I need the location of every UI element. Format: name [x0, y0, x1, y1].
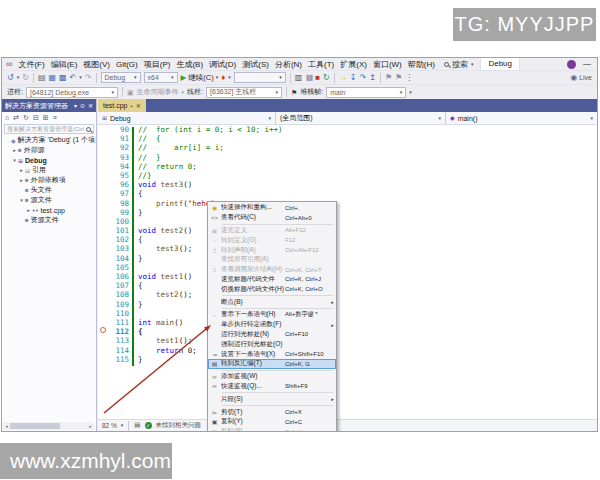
chevron-collapsed-icon[interactable]: ▸ [25, 207, 32, 213]
code-line[interactable]: 111int main() [98, 318, 597, 327]
code-line[interactable]: 93// } [98, 153, 597, 162]
code-line[interactable]: 96void test3() [98, 180, 597, 189]
menubar-item[interactable]: 调试(D) [206, 60, 239, 69]
redo-icon[interactable]: ↷ [85, 74, 92, 82]
menubar-item[interactable]: 视图(V) [80, 60, 113, 69]
toolbar-overflow-icon[interactable]: ▾ [409, 90, 412, 95]
step-out-icon[interactable]: ↥ [369, 74, 376, 82]
project-dropdown[interactable]: ⊞ Debug ▾ [98, 112, 276, 124]
tree-item[interactable]: ◆解决方案 'Debug' (1 个项目, 共 [2, 135, 96, 145]
scrollbar-thumb[interactable] [10, 423, 60, 429]
undo-icon[interactable]: ↶ [70, 74, 77, 82]
show-all-files-icon[interactable]: ⊞ [43, 114, 49, 121]
code-line[interactable]: 101void test2() [98, 226, 597, 235]
menubar-item[interactable]: 文件(F) [15, 60, 47, 69]
pin-icon[interactable]: ⊙ [80, 103, 85, 109]
show-next-statement-icon[interactable]: → [339, 74, 347, 82]
tree-item[interactable]: ▸⊟引用 [2, 165, 96, 175]
step-into-icon[interactable]: ↧ [350, 74, 357, 82]
context-menu-item[interactable]: 断点(B)▸ [208, 297, 336, 307]
document-health-icon[interactable]: ▤ [134, 422, 140, 429]
context-menu-item[interactable]: ⇒设置下一条语句(X)Ctrl+Shift+F10 [208, 349, 336, 359]
context-menu-item[interactable]: ✂剪切(T)Ctrl+X [208, 407, 336, 417]
code-line[interactable]: 109} [98, 300, 597, 309]
tab-test-cpp[interactable]: test.cpp • ✕ [98, 99, 146, 112]
continue-button[interactable]: ▶ 继续(C) ▾ [181, 73, 219, 83]
tree-item[interactable]: ▾⊞Debug [2, 155, 96, 165]
menubar-item[interactable]: Git(G) [113, 60, 141, 69]
context-menu-item[interactable]: 速览标题/代码文件Ctrl+K, Ctrl+J [208, 275, 336, 285]
solution-platform-dropdown[interactable]: x64 ▾ [144, 72, 178, 83]
live-share-button[interactable]: ◉ Live [570, 74, 592, 82]
code-line[interactable]: 97{ [98, 189, 597, 198]
menubar-item[interactable]: 编辑(E) [48, 60, 81, 69]
stop-debugging-icon[interactable]: ■ [315, 74, 320, 82]
context-menu-item[interactable]: 单步执行特定函数(F)▸ [208, 320, 336, 330]
show-output-icon[interactable]: ▥ [295, 74, 303, 82]
code-line[interactable]: 98 printf("hehe" [98, 199, 597, 208]
navigate-back-icon[interactable]: ↺ [7, 74, 14, 82]
tree-item[interactable]: ▾■源文件 [2, 195, 96, 205]
menubar-item[interactable]: 扩展(X) [337, 60, 370, 69]
tree-item[interactable]: ■头文件 [2, 185, 96, 195]
home-icon[interactable]: ⌂ [5, 114, 9, 121]
minimize-icon[interactable]: — [583, 60, 591, 68]
restart-icon[interactable]: ↻ [323, 74, 330, 82]
stack-frame-dropdown[interactable]: main ▾ [326, 87, 406, 98]
code-line[interactable]: 104} [98, 254, 597, 263]
menubar-item[interactable]: 分析(N) [272, 60, 305, 69]
code-line[interactable]: 99} [98, 208, 597, 217]
chevron-down-icon[interactable]: ▾ [79, 75, 82, 80]
refresh-icon[interactable]: ↻ [23, 114, 29, 121]
chevron-collapsed-icon[interactable]: ▸ [11, 147, 18, 153]
code-line[interactable]: 105 [98, 263, 597, 272]
code-line[interactable]: 92// arr[i] = i; [98, 143, 597, 152]
collapse-all-icon[interactable]: ⊟ [33, 114, 39, 121]
chevron-collapsed-icon[interactable]: ▸ [18, 177, 25, 183]
context-menu-item[interactable]: <>查看代码(C)Ctrl+Alt+0 [208, 213, 336, 223]
menubar-item[interactable]: 测试(S) [239, 60, 272, 69]
symbol-dropdown[interactable]: ◆ main() ▾ [446, 112, 597, 124]
horizontal-scrollbar[interactable]: ◂ ▸ [3, 422, 94, 430]
save-icon[interactable]: ▦ [48, 74, 56, 82]
scope-dropdown[interactable]: (全局范围) ▾ [276, 112, 446, 124]
thread-dropdown[interactable]: [63632] 主线程 ▾ [206, 87, 282, 98]
code-line[interactable]: 91// { [98, 134, 597, 143]
hot-reload-icon[interactable]: ♦ [221, 74, 225, 82]
search-box[interactable]: 搜索 ▾ [444, 59, 474, 70]
code-line[interactable]: 110 [98, 309, 597, 318]
code-line[interactable]: 94// return 0; [98, 162, 597, 171]
chevron-down-icon[interactable]: ▾ [17, 75, 20, 80]
context-menu-item[interactable]: 片段(S)▸ [208, 394, 336, 404]
code-line[interactable]: 114 return 0; [98, 346, 597, 355]
context-menu-item[interactable]: 切换标题/代码文件(H)Ctrl+K, Ctrl+O [208, 284, 336, 294]
close-tab-icon[interactable]: ✕ [136, 103, 141, 109]
tree-item[interactable]: ▸++test.cpp [2, 205, 96, 215]
scroll-right-icon[interactable]: ▸ [87, 424, 94, 429]
toolbar-overflow-icon[interactable]: ⋮ [405, 74, 413, 82]
open-file-icon[interactable]: ▤ [38, 74, 46, 82]
context-menu-item[interactable]: ∞快速监视(Q)...Shift+F9 [208, 382, 336, 392]
tree-item[interactable]: ▸■外部依赖项 [2, 175, 96, 185]
code-line[interactable]: 103 test3(); [98, 244, 597, 253]
tree-item[interactable]: ▸■外部源 [2, 145, 96, 155]
menubar-item[interactable]: 窗口(W) [370, 60, 405, 69]
tree-item[interactable]: ■资源文件 [2, 215, 96, 225]
close-icon[interactable]: ✕ [88, 103, 93, 109]
code-line[interactable]: 100 [98, 217, 597, 226]
solution-configuration-dropdown[interactable]: Debug ▾ [101, 72, 141, 83]
solution-search-input[interactable]: 搜索解决方案资源管理器(Ctrl+;) [4, 124, 94, 134]
navigate-forward-icon[interactable]: ↻ [22, 74, 29, 82]
code-line[interactable]: 107{ [98, 281, 597, 290]
code-line[interactable]: 95//} [98, 171, 597, 180]
chevron-collapsed-icon[interactable]: ▸ [18, 167, 25, 173]
chevron-down-icon[interactable]: ▾ [121, 423, 124, 428]
code-line[interactable]: 115} [98, 355, 597, 364]
step-over-icon[interactable]: ↷ [359, 74, 366, 82]
context-menu-item[interactable]: ▤转到反汇编(T)Ctrl+K, G [208, 359, 336, 369]
menubar-item[interactable]: 生成(B) [173, 60, 206, 69]
account-avatar[interactable] [567, 60, 576, 69]
zoom-level-dropdown[interactable]: 82 % [102, 422, 117, 429]
chevron-expanded-icon[interactable]: ▾ [18, 197, 25, 203]
menubar-item[interactable]: 帮助(H) [405, 60, 438, 69]
